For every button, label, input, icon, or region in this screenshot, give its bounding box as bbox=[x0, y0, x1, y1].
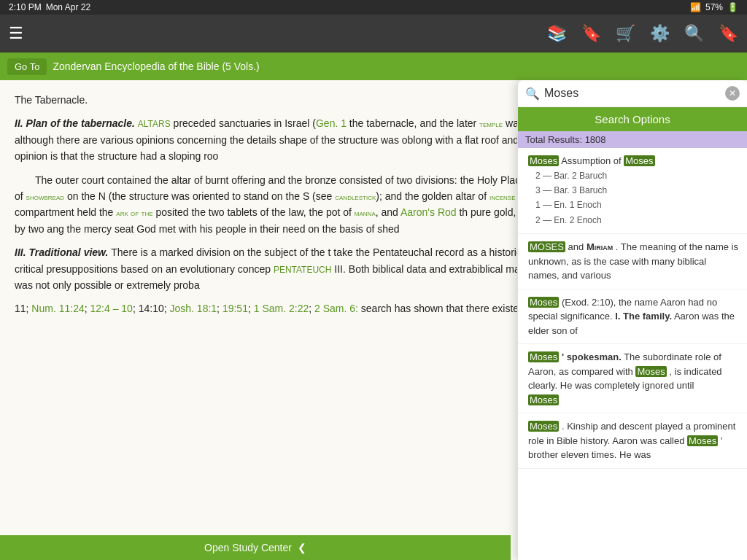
incense-link[interactable]: incense bbox=[489, 192, 516, 202]
sub-items-1: 2 — Bar. 2 Baruch 3 — Bar. 3 Baruch 1 — … bbox=[528, 168, 740, 228]
status-day: Mon Apr 22 bbox=[46, 2, 90, 12]
menu-icon[interactable]: ☰ bbox=[9, 24, 23, 43]
spokesman-text: ' spokesman. bbox=[562, 351, 622, 362]
total-results: Total Results: 1808 bbox=[525, 134, 606, 145]
main-content: The Tabernacle. II. Plan of the tabernac… bbox=[0, 80, 747, 560]
search-input[interactable] bbox=[544, 87, 721, 100]
pentateuch-link[interactable]: Pentateuch bbox=[274, 265, 332, 275]
list-item: 3 — Bar. 3 Baruch bbox=[535, 183, 740, 198]
highlight: Moses bbox=[528, 155, 559, 166]
search-caret bbox=[624, 80, 641, 82]
battery-level: 57% bbox=[705, 2, 723, 12]
list-item: 2 — Bar. 2 Baruch bbox=[535, 168, 740, 183]
sam1-link[interactable]: 1 Sam. 2:22 bbox=[254, 303, 309, 314]
result-body-2: MOSES and Miriam . The meaning of the na… bbox=[528, 240, 740, 283]
toolbar-left: ☰ bbox=[9, 24, 23, 43]
miriam-text: Miriam bbox=[587, 241, 613, 252]
result-item[interactable]: Moses Assumption of Moses 2 — Bar. 2 Bar… bbox=[518, 148, 747, 234]
search-icon[interactable]: 🔍 bbox=[684, 24, 704, 43]
goto-button[interactable]: Go To bbox=[7, 58, 47, 75]
highlight: Moses bbox=[528, 421, 559, 432]
toolbar: ☰ 📚 🔖 🛒 ⚙️ 🔍 🔖 bbox=[0, 15, 747, 52]
highlight: Moses bbox=[528, 297, 559, 308]
bookmark2-icon[interactable]: 🔖 bbox=[719, 24, 738, 43]
bottom-bar[interactable]: Open Study Center ❮ bbox=[0, 535, 511, 560]
bookmark-icon[interactable]: 🔖 bbox=[581, 24, 601, 43]
section2-heading: II. Plan of the tabernacle. bbox=[15, 117, 138, 129]
status-left: 2:10 PM Mon Apr 22 bbox=[9, 2, 90, 12]
result-item[interactable]: Moses ' spokesman. The subordinate role … bbox=[518, 344, 747, 413]
results-list: Moses Assumption of Moses 2 — Bar. 2 Bar… bbox=[518, 148, 747, 560]
josh19-link[interactable]: 19:51 bbox=[222, 303, 248, 314]
status-time: 2:10 PM bbox=[9, 2, 42, 12]
sam2-link[interactable]: 2 Sam. 6: bbox=[314, 303, 358, 314]
result-body-3: Moses (Exod. 2:10), the name Aaron had n… bbox=[528, 295, 740, 338]
library-icon[interactable]: 📚 bbox=[547, 24, 567, 43]
num11-link[interactable]: Num. 11:24 bbox=[31, 303, 84, 314]
breadcrumb-bar: Go To Zondervan Encyclopedia of the Bibl… bbox=[0, 52, 747, 80]
num12-link[interactable]: 12:4 – 10 bbox=[90, 303, 133, 314]
search-panel: 🔍 ✕ Search Options Total Results: 1808 M… bbox=[517, 80, 747, 560]
temple-link[interactable]: temple bbox=[479, 119, 503, 129]
list-item: 1 — En. 1 Enoch bbox=[535, 198, 740, 212]
showbread-link[interactable]: showbread bbox=[26, 192, 64, 202]
result-item[interactable]: Moses (Exod. 2:10), the name Aaron had n… bbox=[518, 289, 747, 345]
aaronsrod-link[interactable]: Aaron's Rod bbox=[400, 206, 457, 218]
highlight3: Moses bbox=[528, 394, 559, 405]
breadcrumb-title: Zondervan Encyclopedia of the Bible (5 V… bbox=[53, 61, 259, 72]
result-item[interactable]: MOSES and Miriam . The meaning of the na… bbox=[518, 234, 747, 289]
highlight2: Moses bbox=[624, 155, 654, 166]
section3-heading: III. Traditional view. bbox=[15, 246, 111, 258]
highlight: MOSES bbox=[528, 241, 565, 252]
search-options-bar[interactable]: Search Options bbox=[518, 107, 747, 131]
toolbar-right: 📚 🔖 🛒 ⚙️ 🔍 🔖 bbox=[547, 24, 738, 43]
ark-link[interactable]: ark of the bbox=[116, 208, 152, 218]
list-item: 2 — En. 2 Enoch bbox=[535, 213, 740, 228]
gen-link[interactable]: Gen. 1 bbox=[316, 117, 347, 129]
result-text: and bbox=[568, 241, 587, 252]
altars-link[interactable]: Altars bbox=[138, 119, 171, 129]
open-study-label: Open Study Center bbox=[204, 542, 292, 553]
status-right: 📶 57% 🔋 bbox=[690, 2, 738, 12]
highlight2: Moses bbox=[687, 435, 718, 446]
settings-icon[interactable]: ⚙️ bbox=[650, 24, 670, 43]
section-head: I. The family. bbox=[615, 311, 672, 322]
arrow-icon: ❮ bbox=[298, 542, 306, 553]
result-title-1: Moses Assumption of Moses bbox=[528, 154, 740, 168]
highlight: Moses bbox=[528, 351, 559, 362]
result-body-5: Moses . Kinship and descent played a pro… bbox=[528, 419, 740, 462]
search-inline-icon: 🔍 bbox=[525, 87, 540, 101]
manna-link[interactable]: manna bbox=[355, 208, 376, 218]
cart-icon[interactable]: 🛒 bbox=[616, 24, 635, 43]
result-text: Assumption of bbox=[561, 155, 624, 166]
search-input-bar: 🔍 ✕ bbox=[518, 80, 747, 107]
candlestick-link[interactable]: candlestick bbox=[335, 192, 376, 202]
result-body-4: Moses ' spokesman. The subordinate role … bbox=[528, 350, 740, 407]
status-bar: 2:10 PM Mon Apr 22 📶 57% 🔋 bbox=[0, 0, 747, 15]
results-header: Total Results: 1808 bbox=[518, 131, 747, 148]
josh18-link[interactable]: Josh. 18:1 bbox=[170, 303, 217, 314]
wifi-icon: 📶 bbox=[690, 2, 701, 12]
search-options-label: Search Options bbox=[595, 113, 670, 125]
result-item[interactable]: Moses . Kinship and descent played a pro… bbox=[518, 413, 747, 469]
highlight2: Moses bbox=[635, 366, 666, 377]
battery-icon: 🔋 bbox=[727, 2, 738, 12]
search-clear-button[interactable]: ✕ bbox=[725, 86, 740, 101]
